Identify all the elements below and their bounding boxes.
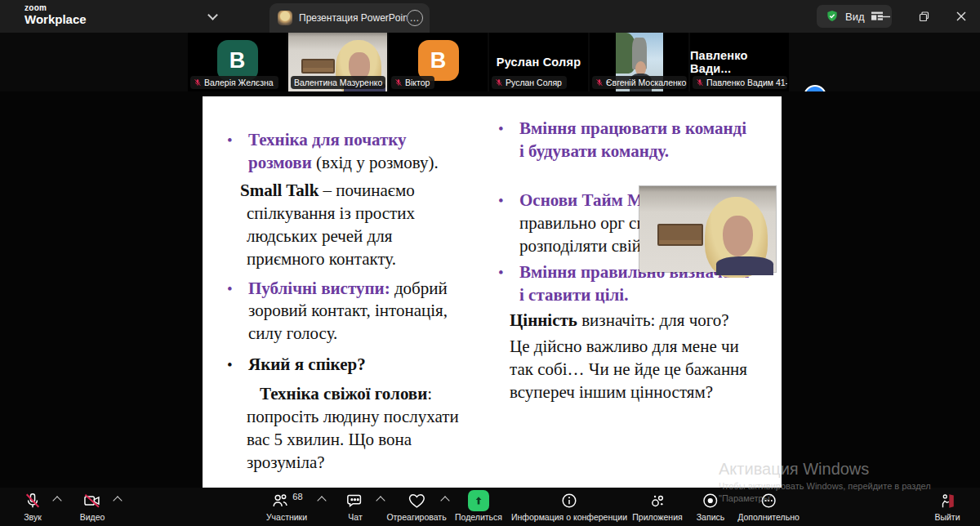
participant-tile-pavlenko[interactable]: Павленко Вади... Павленко Вадим 41-кн bbox=[690, 33, 789, 91]
presenter-avatar-icon bbox=[278, 11, 292, 25]
participant-name-label: Віктор bbox=[391, 76, 434, 89]
chat-options-chevron[interactable] bbox=[376, 496, 385, 505]
slide-paragraph: Це дійсно важливо для мене чи так собі… … bbox=[498, 336, 755, 404]
security-shield-icon bbox=[825, 9, 840, 24]
participant-name-label: Руслан Соляр bbox=[492, 76, 567, 89]
slide-bullet-item: • Техніка для початку розмови (вхід у ро… bbox=[227, 129, 472, 175]
floating-presenter-video[interactable] bbox=[639, 186, 776, 272]
record-icon bbox=[702, 492, 719, 510]
restore-button[interactable] bbox=[905, 0, 942, 33]
slide-bullet-item: • Вміння працювати в команді і будувати … bbox=[498, 118, 755, 163]
record-button[interactable]: Запись bbox=[697, 491, 724, 522]
audio-button[interactable]: Звук bbox=[24, 491, 42, 522]
shared-screen-area: • Техніка для початку розмови (вхід у ро… bbox=[0, 91, 980, 488]
close-button[interactable] bbox=[942, 0, 980, 33]
participants-icon bbox=[270, 492, 290, 510]
participants-count: 68 bbox=[292, 492, 302, 501]
participant-name-label: Валерія Желєзна bbox=[190, 76, 278, 89]
slide-left-column: • Техніка для початку розмови (вхід у ро… bbox=[227, 129, 472, 475]
tab-more-icon[interactable]: … bbox=[407, 10, 423, 26]
meeting-info-button[interactable]: Информация о конференции bbox=[511, 491, 627, 522]
chat-button[interactable]: Чат bbox=[345, 491, 365, 522]
tab-presentation-active[interactable]: Презентация PowerPoint (Вален … bbox=[270, 3, 430, 33]
participant-name-label: Павленко Вадим 41-кн bbox=[693, 76, 787, 89]
heart-icon bbox=[407, 492, 426, 510]
slide-paragraph: Техніка свіжої голови: попросіть людину … bbox=[227, 383, 472, 475]
participant-tile-yevhenii[interactable]: Євгеній Москаленко bbox=[590, 33, 688, 91]
logo-line1: zoom bbox=[24, 4, 87, 12]
more-button[interactable]: Дополнительно bbox=[737, 491, 800, 522]
mic-muted-icon bbox=[595, 78, 604, 87]
logo-line2: Workplace bbox=[24, 13, 87, 25]
react-button[interactable]: Отреагировать bbox=[386, 491, 446, 522]
audio-options-chevron[interactable] bbox=[52, 496, 61, 505]
participant-tile-valeria[interactable]: B Валерія Желєзна bbox=[188, 33, 287, 91]
mic-muted-icon bbox=[495, 78, 503, 87]
mic-muted-icon bbox=[24, 492, 42, 510]
info-icon bbox=[560, 492, 578, 510]
participants-button[interactable]: 68 Участники bbox=[266, 491, 307, 522]
participant-tile-viktor[interactable]: B Віктор bbox=[389, 33, 488, 91]
slide-paragraph: Цінність визначіть: для чого? bbox=[498, 310, 755, 332]
participant-name-label: Валентина Мазуренко bbox=[291, 76, 385, 89]
avatar-initial: B bbox=[430, 48, 447, 74]
participants-options-chevron[interactable] bbox=[317, 496, 326, 505]
avatar: B bbox=[217, 40, 258, 81]
share-button[interactable]: Поделиться bbox=[455, 491, 502, 522]
minimize-button[interactable] bbox=[867, 0, 905, 33]
share-screen-icon bbox=[468, 490, 489, 511]
mic-muted-icon bbox=[394, 78, 403, 87]
window-titlebar: zoom Workplace Конференция Презентация P… bbox=[0, 0, 980, 33]
participant-tile-valentyna-active-speaker[interactable]: Валентина Мазуренко bbox=[288, 33, 387, 91]
participant-name-label: Євгеній Москаленко bbox=[592, 76, 687, 89]
slide-paragraph: Small Talk – починаємо спілкування із пр… bbox=[227, 180, 472, 271]
participant-tile-ruslan[interactable]: Руслан Соляр Руслан Соляр bbox=[489, 33, 588, 91]
chevron-down-icon[interactable] bbox=[207, 10, 218, 20]
avatar: B bbox=[418, 40, 459, 81]
leave-meeting-icon bbox=[938, 492, 957, 510]
camera-muted-icon bbox=[82, 492, 102, 510]
mic-muted-icon bbox=[696, 78, 704, 87]
apps-icon bbox=[648, 492, 667, 510]
leave-button[interactable]: Выйти bbox=[934, 491, 960, 522]
presentation-tab-label: Презентация PowerPoint (Вален bbox=[299, 12, 407, 24]
slide-bullet-item: • Який я спікер? bbox=[227, 354, 472, 377]
slide-bullet-item: • Публічні виступи: добрий зоровий конта… bbox=[227, 278, 472, 346]
apps-button[interactable]: Приложения bbox=[632, 491, 682, 522]
presenter-video-feed bbox=[639, 186, 776, 272]
chat-icon bbox=[345, 492, 365, 510]
participant-filmstrip: B Валерія Желєзна Валентина Мазуренко B bbox=[0, 33, 980, 91]
meeting-toolbar: Звук Видео 68 Участники bbox=[0, 488, 980, 526]
view-label: Вид bbox=[845, 11, 865, 23]
video-options-chevron[interactable] bbox=[113, 496, 122, 505]
powerpoint-slide: • Техніка для початку розмови (вхід у ро… bbox=[203, 96, 782, 488]
avatar-initial: B bbox=[229, 48, 246, 74]
more-ellipsis-icon bbox=[760, 492, 777, 510]
zoom-workplace-logo: zoom Workplace bbox=[24, 4, 87, 25]
mic-muted-icon bbox=[194, 78, 202, 87]
video-button[interactable]: Видео bbox=[80, 491, 105, 522]
